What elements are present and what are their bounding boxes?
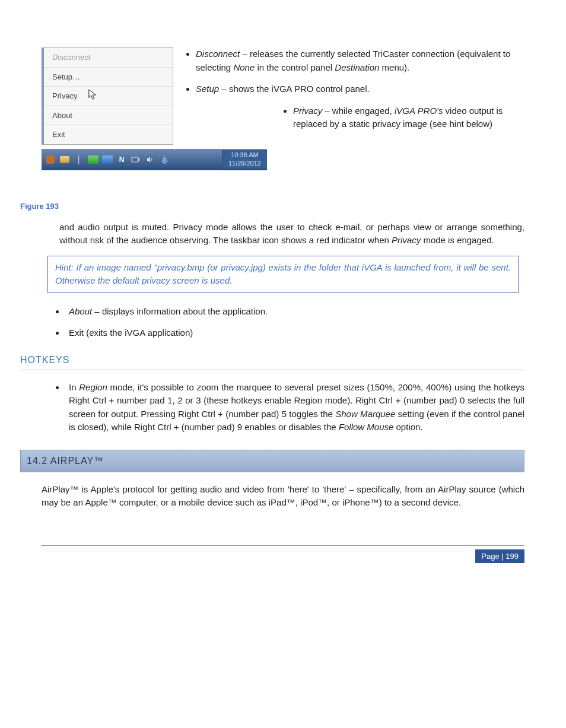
taskbar: │ N 10:36 AM 11/29/2012: [42, 149, 267, 170]
menu-item-about[interactable]: About: [44, 106, 173, 126]
taskbar-icon-bluetooth: [159, 154, 170, 165]
menu-item-setup[interactable]: Setup…: [44, 68, 173, 87]
taskbar-icon-volume: [145, 154, 155, 165]
menu-item-disconnect[interactable]: Disconnect: [44, 48, 173, 68]
svg-rect-1: [138, 158, 139, 161]
taskbar-date: 11/29/2012: [228, 160, 261, 168]
cursor-icon: [88, 89, 98, 101]
page-number: Page | 199: [475, 549, 524, 564]
menu-item-privacy[interactable]: Privacy: [44, 87, 173, 106]
heading-airplay: 14.2 AIRPLAY™: [20, 450, 524, 472]
taskbar-icon-folder: [59, 154, 70, 165]
taskbar-icon-down: [102, 154, 113, 165]
bullet-about: About – displays information about the a…: [65, 305, 524, 319]
bullet-disconnect: Disconnect – releases the currently sele…: [196, 47, 524, 74]
taskbar-icon-app: [45, 154, 56, 165]
taskbar-icon-network: N: [116, 154, 127, 165]
taskbar-icon-check: [88, 154, 98, 165]
privacy-continuation: and audio output is muted. Privacy mode …: [59, 221, 524, 247]
taskbar-time: 10:36 AM: [228, 151, 261, 160]
taskbar-icon-divider: │: [74, 154, 84, 165]
bullet-privacy: Privacy – while engaged, iVGA PRO's vide…: [293, 104, 524, 131]
taskbar-clock: 10:36 AM 11/29/2012: [222, 150, 267, 169]
bullet-hotkeys: In Region mode, it's possible to zoom th…: [65, 381, 524, 434]
hint-box: Hint: If an image named "privacy.bmp (or…: [47, 256, 519, 293]
taskbar-icon-battery: [131, 154, 141, 165]
menu-item-label: Privacy: [52, 91, 78, 100]
figure-caption: Figure 193: [20, 201, 524, 212]
airplay-paragraph: AirPlay™ is Apple's protocol for getting…: [42, 483, 524, 510]
svg-rect-0: [132, 157, 138, 162]
bullet-setup: Setup – shows the iVGA PRO control panel…: [196, 82, 524, 96]
page-footer: Page | 199: [42, 545, 524, 564]
heading-hotkeys: HOTKEYS: [20, 353, 524, 370]
context-menu: Disconnect Setup… Privacy About Exit: [42, 47, 173, 145]
bullet-exit: Exit (exits the iVGA application): [65, 326, 524, 340]
menu-item-exit[interactable]: Exit: [44, 125, 173, 144]
